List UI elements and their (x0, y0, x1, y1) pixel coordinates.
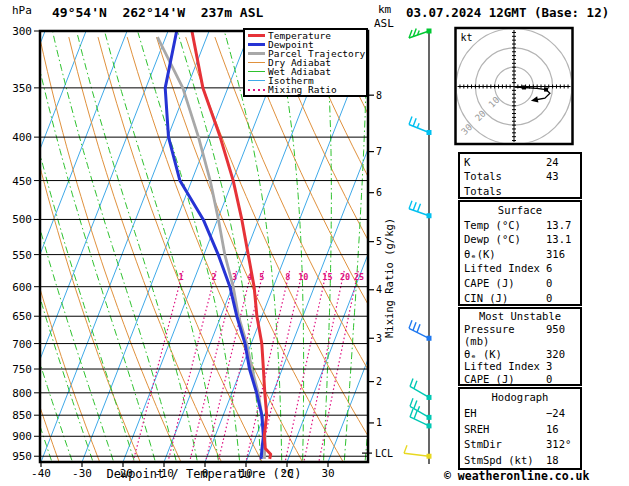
svg-text:8: 8 (285, 272, 290, 282)
station-title: 49°54'N 262°14'W 237m ASL (52, 5, 263, 20)
svg-text:300: 300 (12, 25, 32, 38)
svg-text:5: 5 (259, 272, 264, 282)
table-row: Pressure (mb)950 (464, 323, 576, 348)
row-label: SREH (464, 422, 546, 438)
row-value: 0 (546, 276, 576, 291)
svg-text:6: 6 (376, 187, 382, 198)
svg-text:20: 20 (473, 108, 488, 123)
legend-line-sample (248, 89, 265, 91)
row-label: Temp (°C) (464, 218, 546, 233)
svg-text:900: 900 (12, 430, 32, 443)
row-label: Totals Totals (464, 169, 546, 198)
x-axis-title: Dewpoint / Temperature (°C) (40, 467, 368, 481)
svg-text:30: 30 (459, 122, 474, 137)
altitude-axis-unit-asl: ASL (374, 17, 394, 30)
mixing-ratio-axis-label: Mixing Ratio (g/kg) (383, 218, 395, 338)
table-row: SREH16 (464, 422, 576, 438)
svg-text:750: 750 (12, 363, 32, 376)
skewt-sounding-page: 1234581015202530035040045050055060065070… (0, 0, 629, 486)
legend-line-sample (248, 80, 265, 81)
svg-text:10: 10 (298, 272, 308, 282)
copyright-credit: © weatheronline.co.uk (444, 469, 589, 483)
svg-text:4: 4 (376, 284, 382, 295)
svg-text:450: 450 (12, 175, 32, 188)
row-value: 16 (546, 422, 576, 438)
row-label: EH (464, 406, 546, 422)
row-value: 0 (546, 291, 576, 306)
svg-text:25: 25 (354, 272, 364, 282)
table-row: θₑ(K)316 (464, 247, 576, 262)
pressure-axis-unit-label: hPa (12, 4, 32, 17)
svg-text:20: 20 (340, 272, 350, 282)
svg-text:1: 1 (178, 272, 183, 282)
svg-text:7: 7 (376, 146, 382, 157)
svg-text:kt: kt (461, 32, 473, 43)
table-row: Lifted Index6 (464, 261, 576, 276)
surface-table: SurfaceTemp (°C)13.7Dewp (°C)13.1θₑ(K)31… (458, 200, 582, 306)
row-value: 13.7 (546, 218, 576, 233)
row-label: Lifted Index (464, 261, 546, 276)
svg-text:8: 8 (376, 90, 382, 101)
svg-text:Mixing Ratio (g/kg): Mixing Ratio (g/kg) (383, 218, 395, 338)
wind-barb (404, 445, 432, 459)
row-value: 43 (546, 169, 576, 198)
svg-text:500: 500 (12, 213, 32, 226)
row-label: StmSpd (kt) (464, 453, 546, 469)
pressure-tick-labels: 3003504004505005506006507007508008509009… (12, 25, 40, 463)
table-row: StmSpd (kt)18 (464, 453, 576, 469)
row-value: 316 (546, 247, 576, 262)
svg-text:850: 850 (12, 409, 32, 422)
wind-barb (409, 116, 432, 135)
row-label: θₑ (K) (464, 348, 546, 361)
hodograph-plot: 102030kt (456, 28, 573, 144)
hodograph-rings: 102030 (456, 29, 572, 145)
table-title: Hodograph (464, 390, 576, 406)
row-label: Pressure (mb) (464, 323, 546, 348)
table-row: K24 (464, 155, 576, 169)
row-label: CAPE (J) (464, 373, 546, 386)
row-value: 18 (546, 453, 576, 469)
table-row: CAPE (J)0 (464, 373, 576, 386)
svg-text:3: 3 (376, 333, 382, 344)
svg-text:5: 5 (376, 236, 382, 247)
svg-text:800: 800 (12, 387, 32, 400)
svg-text:950: 950 (12, 450, 32, 463)
svg-text:350: 350 (12, 82, 32, 95)
svg-text:2: 2 (212, 272, 217, 282)
wind-barb-column (404, 29, 432, 465)
row-label: Lifted Index (464, 360, 546, 373)
row-value: −24 (546, 406, 576, 422)
wind-barb (409, 201, 432, 219)
row-value: 3 (546, 360, 576, 373)
row-value: 13.1 (546, 232, 576, 247)
row-value: 320 (546, 348, 576, 361)
table-row: Totals Totals43 (464, 169, 576, 198)
legend-item: Mixing Ratio (248, 85, 366, 94)
altitude-axis-unit-km: km (378, 3, 391, 16)
wind-barb (410, 378, 432, 400)
svg-text:600: 600 (12, 281, 32, 294)
table-row: CIN (J)0 (464, 291, 576, 306)
most-unstable-table: Most UnstablePressure (mb)950θₑ (K)320Li… (458, 307, 582, 386)
svg-text:1: 1 (376, 417, 382, 428)
legend-line-sample (248, 71, 265, 72)
svg-text:550: 550 (12, 249, 32, 262)
row-value: 6 (546, 261, 576, 276)
legend: TemperatureDewpointParcel TrajectoryDry … (243, 28, 368, 97)
row-value: 312° (546, 437, 576, 453)
svg-text:10: 10 (487, 95, 502, 110)
table-row: Lifted Index3 (464, 360, 576, 373)
table-row: EH−24 (464, 406, 576, 422)
row-value: 950 (546, 323, 576, 348)
svg-text:700: 700 (12, 338, 32, 351)
row-label: CAPE (J) (464, 276, 546, 291)
svg-text:LCL: LCL (375, 448, 393, 459)
svg-text:2: 2 (376, 376, 382, 387)
svg-text:15: 15 (322, 272, 332, 282)
legend-line-sample (248, 43, 265, 46)
table-row: Temp (°C)13.7 (464, 218, 576, 233)
table-row: CAPE (J)0 (464, 276, 576, 291)
wind-barb (409, 320, 432, 341)
table-row: Dewp (°C)13.1 (464, 232, 576, 247)
row-label: CIN (J) (464, 291, 546, 306)
